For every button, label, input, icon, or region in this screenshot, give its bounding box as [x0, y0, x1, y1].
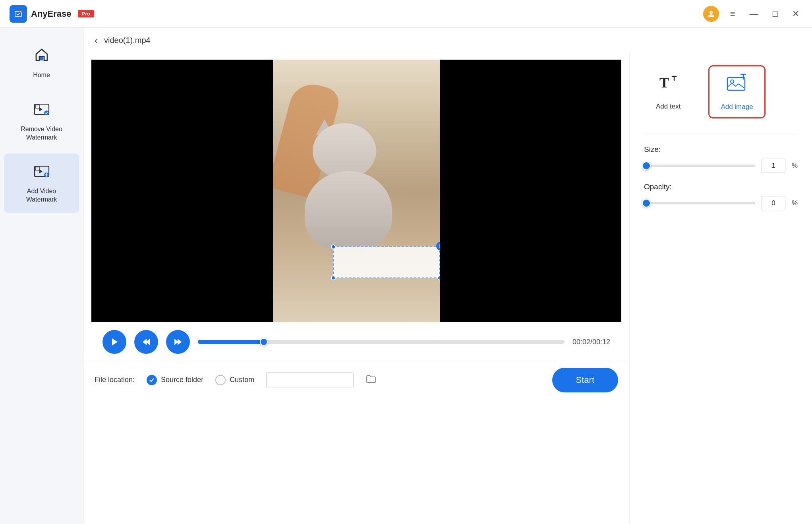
size-percent: % [792, 162, 798, 170]
svg-rect-0 [13, 8, 24, 19]
app-logo: AnyErase Pro [10, 5, 94, 23]
selection-close[interactable]: ✕ [436, 242, 440, 250]
svg-marker-10 [112, 338, 118, 345]
user-avatar[interactable] [703, 6, 719, 22]
sidebar-item-home-label: Home [33, 71, 50, 80]
forward-button[interactable] [166, 330, 190, 354]
opacity-percent: % [792, 199, 798, 207]
time-display: 00:02/00:12 [572, 338, 610, 346]
size-label: Size: [644, 145, 798, 154]
opacity-slider-section: Opacity: 0 % [644, 182, 798, 210]
size-slider-thumb[interactable] [642, 161, 651, 170]
svg-point-2 [710, 11, 713, 14]
source-folder-option[interactable]: Source folder [147, 375, 203, 385]
titlebar: AnyErase Pro ≡ — □ ✕ [0, 0, 812, 28]
add-image-icon [726, 73, 748, 99]
cat-scene [273, 60, 440, 322]
size-slider-row: 1 % [644, 159, 798, 173]
rewind-button[interactable] [134, 330, 158, 354]
opacity-slider-track[interactable] [644, 202, 755, 204]
pro-badge: Pro [78, 10, 95, 17]
size-value-box: 1 [762, 159, 785, 173]
tool-buttons: T Add text [644, 65, 798, 118]
selection-box[interactable]: ✕ [333, 246, 440, 278]
opacity-value-box: 0 [762, 196, 785, 210]
custom-label: Custom [230, 376, 254, 384]
start-button[interactable]: Start [552, 368, 618, 392]
video-black-left [91, 60, 273, 322]
svg-marker-5 [39, 107, 43, 111]
size-value: 1 [771, 162, 775, 170]
sidebar-item-add-watermark-label: Add Video Watermark [26, 187, 57, 204]
custom-option[interactable]: Custom [215, 375, 254, 385]
add-image-button[interactable]: Add image [708, 65, 765, 118]
panel-divider-1 [644, 134, 798, 134]
custom-path-input[interactable] [266, 372, 354, 388]
source-folder-radio[interactable] [147, 375, 157, 385]
sidebar: Home Remove Video Watermark Add Vi [0, 28, 83, 524]
folder-icon[interactable] [365, 373, 377, 387]
source-folder-label: Source folder [161, 376, 203, 384]
video-area: ✕ [83, 53, 629, 524]
menu-button[interactable]: ≡ [727, 8, 739, 20]
size-slider-section: Size: 1 % [644, 145, 798, 173]
file-location-label: File location: [95, 376, 135, 384]
svg-text:T: T [659, 75, 669, 91]
add-watermark-icon [33, 162, 50, 183]
add-text-label: Add text [656, 103, 681, 111]
svg-marker-8 [39, 169, 43, 173]
content-body: ✕ [83, 53, 812, 524]
sidebar-item-remove-watermark-label: Remove Video Watermark [21, 125, 62, 142]
maximize-button[interactable]: □ [769, 8, 781, 20]
svg-rect-3 [40, 56, 43, 60]
svg-rect-16 [727, 78, 745, 90]
file-location-bar: File location: Source folder Custom [83, 362, 629, 398]
play-button[interactable] [102, 330, 126, 354]
progress-dot[interactable] [260, 338, 268, 346]
video-container: ✕ [91, 60, 621, 322]
window-controls: ≡ — □ ✕ [703, 6, 802, 22]
main-content: ‹ video(1).mp4 [83, 28, 812, 524]
app-name-text: AnyErase [31, 9, 72, 19]
app-icon [10, 5, 27, 23]
size-slider-track[interactable] [644, 165, 755, 167]
sidebar-item-home[interactable]: Home [4, 37, 79, 88]
handle-br[interactable] [437, 276, 440, 280]
remove-watermark-icon [33, 100, 50, 121]
home-icon [33, 46, 50, 67]
opacity-slider-thumb[interactable] [642, 199, 651, 208]
sidebar-item-add-watermark[interactable]: Add Video Watermark [4, 153, 79, 213]
add-image-label: Add image [721, 103, 753, 111]
video-controls: 00:02/00:12 [91, 322, 621, 362]
progress-fill [198, 340, 264, 344]
filename-label: video(1).mp4 [104, 36, 151, 45]
opacity-value: 0 [771, 199, 775, 207]
video-bg: ✕ [91, 60, 621, 322]
handle-tl[interactable] [331, 245, 336, 249]
add-text-icon: T [657, 72, 679, 99]
cat-head [313, 123, 376, 179]
video-frame: ✕ [273, 60, 440, 322]
progress-bar[interactable] [198, 340, 565, 344]
cat-body [305, 171, 392, 250]
minimize-button[interactable]: — [746, 8, 762, 20]
back-button[interactable]: ‹ [95, 35, 98, 46]
right-panel: T Add text [629, 53, 812, 524]
opacity-slider-row: 0 % [644, 196, 798, 210]
custom-radio[interactable] [215, 375, 226, 385]
add-text-button[interactable]: T Add text [644, 65, 692, 118]
sidebar-item-remove-watermark[interactable]: Remove Video Watermark [4, 91, 79, 151]
content-header: ‹ video(1).mp4 [83, 28, 812, 53]
opacity-label: Opacity: [644, 182, 798, 191]
close-button[interactable]: ✕ [789, 8, 802, 20]
video-black-right [440, 60, 621, 322]
